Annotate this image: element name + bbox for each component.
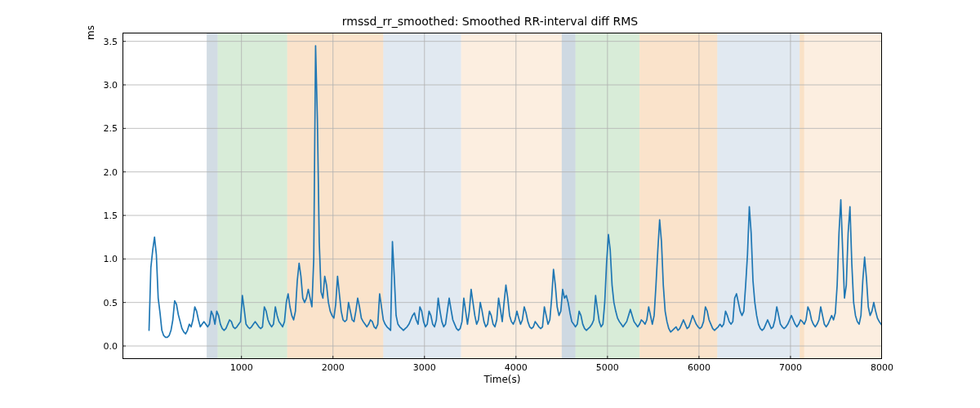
svg-rect-1 (218, 33, 287, 359)
chart-title: rmssd_rr_smoothed: Smoothed RR-interval … (0, 15, 980, 28)
x-tick-label: 5000 (596, 362, 619, 373)
svg-rect-0 (207, 33, 217, 359)
y-tick-label: 3.0 (85, 80, 118, 91)
axes (122, 33, 882, 359)
svg-rect-8 (717, 33, 800, 359)
y-tick-label: 1.0 (85, 254, 118, 264)
plot-svg (122, 33, 882, 359)
svg-rect-3 (383, 33, 461, 359)
y-tick-label: 0.0 (85, 341, 118, 352)
y-tick-label: 1.5 (85, 211, 118, 221)
x-axis-label: Time(s) (122, 374, 882, 385)
y-tick-label: 3.5 (85, 36, 118, 47)
figure: rmssd_rr_smoothed: Smoothed RR-interval … (0, 0, 980, 408)
x-tick-label: 1000 (230, 362, 253, 373)
x-tick-label: 3000 (413, 362, 436, 373)
svg-rect-4 (461, 33, 562, 359)
x-tick-label: 4000 (505, 362, 528, 373)
x-tick-label: 7000 (779, 362, 802, 373)
svg-rect-9 (800, 33, 804, 359)
y-tick-label: 2.5 (85, 123, 118, 134)
svg-rect-10 (804, 33, 882, 359)
x-tick-label: 6000 (688, 362, 710, 373)
svg-rect-5 (562, 33, 576, 359)
y-tick-label: 0.5 (85, 297, 118, 308)
x-tick-label: 2000 (322, 362, 345, 373)
x-tick-label: 8000 (871, 362, 893, 373)
y-tick-label: 2.0 (85, 166, 118, 177)
